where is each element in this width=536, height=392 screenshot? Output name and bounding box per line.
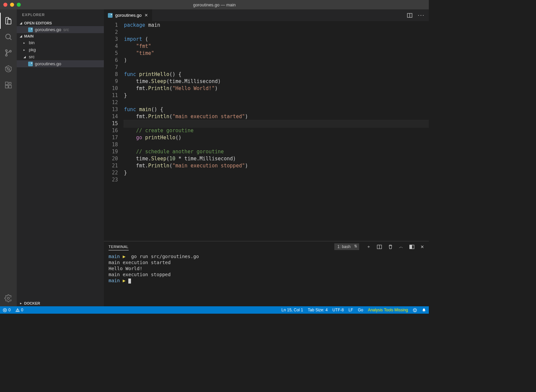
close-tab-icon[interactable]: ✕ [144,13,148,18]
terminal-selector[interactable]: 1: bash [334,243,359,250]
kill-terminal-icon[interactable] [388,244,393,249]
docker-header[interactable]: ▸ DOCKER [17,300,104,306]
status-line-col[interactable]: Ln 15, Col 1 [281,308,303,312]
notifications-bell-icon[interactable] [422,308,426,312]
status-bar: 0 0 Ln 15, Col 1 Tab Size: 4 UTF-8 LF Go… [0,306,429,314]
svg-rect-12 [5,85,8,88]
terminal-header: TERMINAL 1: bash ＋ ︿ ✕ [104,241,429,252]
editor-area: goroutines.go ✕ ··· 12345678910111213141… [104,9,429,306]
folder-item-bin[interactable]: ▸ bin [17,39,104,46]
chevron-down-icon: ◢ [23,55,27,59]
folder-label: bin [29,40,35,45]
sidebar: EXPLORER ◢ OPEN EDITORS goroutines.go sr… [17,9,104,306]
search-icon[interactable] [0,29,17,45]
editor-actions: ··· [407,9,429,21]
svg-line-10 [11,67,12,68]
chevron-right-icon: ▸ [23,48,27,52]
close-window-button[interactable] [3,3,7,7]
window-title: goroutines.go — main [193,2,236,7]
editor-tab[interactable]: goroutines.go ✕ [104,9,152,21]
sidebar-title: EXPLORER [17,9,104,20]
new-terminal-icon[interactable]: ＋ [366,244,371,250]
code-content[interactable]: package main import ( "fmt" "time") func… [124,21,429,241]
status-language[interactable]: Go [358,308,363,312]
svg-line-6 [6,67,11,71]
status-tab-size[interactable]: Tab Size: 4 [308,308,328,312]
svg-rect-14 [9,82,11,84]
chevron-down-icon: ◢ [19,34,23,38]
more-actions-icon[interactable]: ··· [418,12,425,19]
close-panel-icon[interactable]: ✕ [420,244,424,249]
split-editor-icon[interactable] [407,13,412,18]
go-file-icon [108,13,113,18]
debug-icon[interactable] [0,61,17,77]
svg-point-26 [17,311,18,311]
maximize-window-button[interactable] [17,3,21,7]
svg-point-27 [413,308,416,312]
terminal-panel: TERMINAL 1: bash ＋ ︿ ✕ main ▶ go run src… [104,241,429,306]
title-bar: goroutines.go — main [0,0,429,9]
chevron-down-icon: ◢ [19,21,23,25]
status-message[interactable]: Analysis Tools Missing [368,308,408,312]
chevron-right-icon: ▸ [23,41,27,45]
status-warnings[interactable]: 0 [15,308,23,312]
activity-bar [0,9,17,306]
workspace-header[interactable]: ◢ MAIN [17,33,104,39]
split-terminal-icon[interactable] [377,244,382,249]
tab-label: goroutines.go [115,13,142,18]
feedback-smiley-icon[interactable] [413,308,417,312]
svg-point-2 [6,50,7,52]
tab-bar: goroutines.go ✕ ··· [104,9,429,21]
status-eol[interactable]: LF [348,308,353,312]
folder-label: src [29,54,35,59]
svg-point-29 [415,309,416,310]
folder-label: pkg [29,47,36,52]
file-label: goroutines.go [35,61,61,66]
terminal-body[interactable]: main ▶ go run src/goroutines.gomain exec… [104,252,429,306]
folder-item-pkg[interactable]: ▸ pkg [17,46,104,53]
source-control-icon[interactable] [0,45,17,61]
chevron-right-icon: ▸ [19,302,23,305]
minimize-window-button[interactable] [10,3,14,7]
open-editors-header[interactable]: ◢ OPEN EDITORS [17,20,104,26]
svg-point-15 [7,297,9,299]
settings-gear-icon[interactable] [0,290,17,306]
status-errors[interactable]: 0 [3,308,11,312]
svg-rect-13 [9,85,11,88]
file-item-goroutines[interactable]: goroutines.go [17,60,104,67]
extensions-icon[interactable] [0,77,17,93]
svg-point-4 [10,51,11,52]
explorer-icon[interactable] [0,13,17,29]
folder-item-src[interactable]: ◢ src [17,53,104,60]
maximize-panel-icon[interactable] [409,244,414,249]
svg-rect-21 [410,245,412,248]
traffic-lights [0,3,21,7]
chevron-up-icon[interactable]: ︿ [399,244,403,250]
status-encoding[interactable]: UTF-8 [332,308,344,312]
svg-line-9 [5,67,6,68]
svg-point-0 [6,34,10,39]
svg-point-3 [6,55,7,56]
line-number-gutter: 1234567891011121314151617181920212223 [104,21,124,241]
terminal-tab[interactable]: TERMINAL [109,243,129,250]
open-editor-dir: src [63,27,69,32]
go-file-icon [28,27,33,32]
svg-point-28 [414,309,414,310]
svg-line-1 [10,38,11,40]
code-editor[interactable]: 1234567891011121314151617181920212223 pa… [104,21,429,241]
open-editor-item[interactable]: goroutines.go src [17,26,104,33]
open-editor-name: goroutines.go [35,27,61,32]
svg-rect-11 [5,82,8,85]
go-file-icon [28,62,33,66]
